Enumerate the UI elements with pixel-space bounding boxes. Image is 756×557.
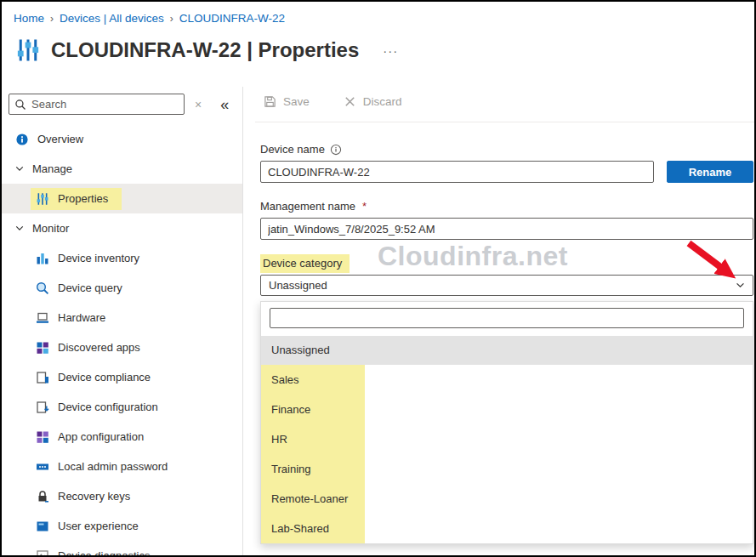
breadcrumb-device[interactable]: CLOUDINFRA-W-22 (179, 12, 285, 25)
device-name-label: Device name (260, 143, 325, 156)
device-name-input[interactable] (260, 161, 654, 183)
more-menu[interactable]: ··· (383, 43, 398, 58)
sidebar-item-device-inventory[interactable]: Device inventory (2, 243, 242, 273)
sidebar-group-label: Monitor (32, 222, 69, 235)
search-icon (14, 99, 26, 111)
sidebar-item-local-admin-password[interactable]: Local admin password (2, 452, 242, 481)
sidebar-group-monitor[interactable]: Monitor (2, 213, 242, 243)
device-name-label-row: Device name (260, 143, 342, 156)
sidebar-group-label: Manage (32, 162, 72, 175)
sidebar-item-device-compliance[interactable]: Device compliance (2, 362, 242, 392)
info-icon[interactable] (330, 144, 342, 156)
sidebar-item-user-experience[interactable]: User experience (2, 511, 242, 541)
sidebar-item-label: Device inventory (58, 252, 139, 264)
sidebar-item-label: Local admin password (58, 460, 168, 473)
category-filter-input[interactable] (270, 308, 744, 328)
collapse-sidebar-icon[interactable]: « (220, 97, 229, 112)
properties-icon (15, 37, 41, 63)
sidebar: × « Overview Manage Properties Monitor (2, 87, 243, 555)
management-name-input[interactable] (260, 218, 753, 240)
device-category-select[interactable]: Unassigned (260, 275, 753, 296)
required-mark: * (362, 200, 367, 213)
search-box (9, 94, 185, 115)
sidebar-item-device-query[interactable]: Device query (2, 273, 242, 303)
sidebar-item-label: Recovery keys (58, 490, 130, 503)
page-header: CLOUDINFRA-W-22 | Properties ··· (15, 37, 398, 63)
dropdown-option-training[interactable]: Training (261, 454, 753, 484)
sidebar-item-label: Hardware (58, 311, 105, 324)
device-category-label-row: Device category (260, 254, 350, 273)
intune-device-properties-screen: Home › Devices | All devices › CLOUDINFR… (0, 0, 756, 557)
sidebar-group-manage[interactable]: Manage (2, 154, 242, 184)
sidebar-item-label: Device query (58, 281, 122, 294)
search-input[interactable] (31, 98, 179, 111)
sidebar-item-app-configuration[interactable]: App configuration (2, 422, 242, 452)
select-value: Unassigned (269, 279, 327, 292)
dropdown-option-remote-loaner[interactable]: Remote-Loaner (261, 484, 753, 514)
category-dropdown-panel: Unassigned Sales Finance HR Training Rem… (260, 301, 753, 544)
discard-icon (344, 95, 356, 108)
info-icon (15, 133, 29, 146)
dropdown-option-unassigned[interactable]: Unassigned (261, 336, 753, 365)
page-title: CLOUDINFRA-W-22 | Properties (51, 38, 359, 62)
app-configuration-icon (36, 430, 49, 444)
discard-label: Discard (363, 95, 402, 108)
sidebar-item-discovered-apps[interactable]: Discovered apps (2, 332, 242, 362)
clear-search-icon[interactable]: × (195, 98, 202, 111)
command-bar: Save Discard (264, 95, 402, 108)
breadcrumb-separator: › (50, 13, 54, 25)
sidebar-item-device-diagnostics[interactable]: Device diagnostics (2, 541, 242, 555)
device-inventory-icon (36, 252, 49, 265)
main-content: Save Discard Device name Rename Manageme… (243, 87, 754, 555)
breadcrumb-all-devices[interactable]: Devices | All devices (60, 12, 164, 25)
sidebar-item-label: User experience (58, 520, 139, 532)
chevron-down-icon (15, 225, 24, 231)
dropdown-option-sales[interactable]: Sales (261, 365, 753, 395)
sidebar-item-label: Device compliance (58, 371, 151, 384)
sidebar-search-row: × « (2, 87, 242, 115)
recovery-keys-icon (36, 490, 49, 503)
breadcrumb-separator: › (170, 13, 173, 25)
sidebar-item-label: Overview (37, 133, 83, 145)
breadcrumb: Home › Devices | All devices › CLOUDINFR… (14, 12, 285, 25)
discovered-apps-icon (36, 341, 49, 355)
device-compliance-icon (36, 371, 49, 384)
watermark: Cloudinfra.net (378, 241, 568, 272)
device-diagnostics-icon (36, 549, 49, 556)
sidebar-item-label: Device diagnostics (58, 549, 150, 555)
device-configuration-icon (36, 401, 49, 414)
properties-icon (36, 192, 49, 206)
sidebar-menu: Overview Manage Properties Monitor Devic… (2, 124, 242, 555)
save-button[interactable]: Save (264, 95, 310, 108)
sidebar-item-recovery-keys[interactable]: Recovery keys (2, 481, 242, 511)
local-admin-password-icon (36, 460, 49, 474)
dropdown-option-hr[interactable]: HR (261, 424, 753, 454)
device-query-icon (36, 281, 49, 295)
sidebar-item-hardware[interactable]: Hardware (2, 303, 242, 332)
management-name-label: Management name (260, 200, 355, 213)
toolbar-divider (255, 122, 754, 122)
dropdown-option-finance[interactable]: Finance (261, 395, 753, 424)
sidebar-item-label: Discovered apps (58, 341, 140, 354)
device-category-label: Device category (260, 254, 350, 273)
sidebar-item-overview[interactable]: Overview (2, 124, 242, 154)
sidebar-item-label: Properties (58, 192, 108, 205)
breadcrumb-home[interactable]: Home (14, 12, 44, 25)
save-icon (264, 95, 276, 108)
hardware-icon (36, 311, 49, 325)
chevron-down-icon (15, 166, 24, 172)
rename-button[interactable]: Rename (667, 161, 753, 183)
sidebar-item-label: Device configuration (58, 401, 158, 413)
discard-button[interactable]: Discard (344, 95, 402, 108)
sidebar-item-properties[interactable]: Properties (2, 184, 242, 213)
annotation-highlight: Properties (31, 188, 122, 210)
save-label: Save (283, 95, 310, 108)
sidebar-item-device-configuration[interactable]: Device configuration (2, 392, 242, 422)
dropdown-option-lab-shared[interactable]: Lab-Shared (261, 514, 753, 543)
user-experience-icon (36, 520, 49, 533)
sidebar-item-label: App configuration (58, 430, 144, 443)
management-name-label-row: Management name * (260, 200, 367, 213)
chevron-down-icon (736, 282, 745, 288)
